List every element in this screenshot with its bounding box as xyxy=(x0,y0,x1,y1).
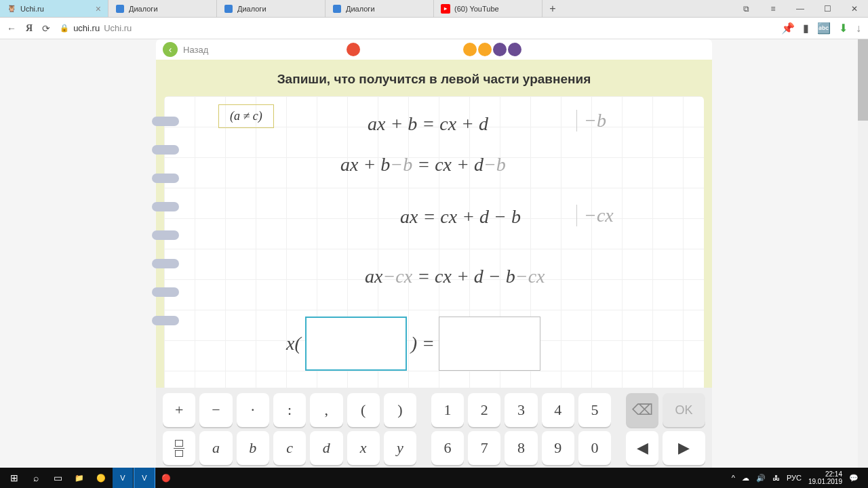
key-7[interactable]: 7 xyxy=(468,431,500,465)
address-text[interactable]: 🔒 uchi.ru Uchi.ru xyxy=(60,23,132,33)
dot xyxy=(463,43,477,56)
tray-notifications-icon[interactable]: 💬 xyxy=(849,474,859,483)
tab-label: Диалоги xyxy=(129,5,158,13)
app-yandex[interactable]: 🔴 xyxy=(156,468,176,488)
tab-dialogs-3[interactable]: Диалоги xyxy=(326,0,434,17)
sidebar-icon[interactable]: ⧉ xyxy=(732,0,760,18)
condition: (a ≠ c) xyxy=(218,104,274,128)
input-left[interactable] xyxy=(305,317,407,371)
dot xyxy=(478,43,492,56)
key-c[interactable]: c xyxy=(273,431,306,465)
key-rparen[interactable]: ) xyxy=(384,393,416,427)
key-comma[interactable]: , xyxy=(310,393,342,427)
input-right[interactable] xyxy=(439,317,540,371)
key-y[interactable]: y xyxy=(384,431,416,465)
bookmark-icon[interactable]: ▮ xyxy=(803,22,809,35)
tray-lang[interactable]: РУС xyxy=(787,474,802,482)
address-bar: ← Я ⟳ 🔒 uchi.ru Uchi.ru 📌 ▮ 🔤 ⬇ ↓ xyxy=(0,18,868,39)
key-3[interactable]: 3 xyxy=(505,393,537,427)
app-header: ‹ Назад xyxy=(156,39,712,60)
app-files[interactable]: 📁 xyxy=(69,468,90,488)
key-colon[interactable]: : xyxy=(273,393,306,427)
key-ok[interactable]: OK xyxy=(663,393,705,427)
tab-label: Uchi.ru xyxy=(20,5,44,13)
key-4[interactable]: 4 xyxy=(542,393,574,427)
equation-3: ax = cx + d − b xyxy=(400,206,521,228)
key-backspace[interactable]: ⌫ xyxy=(626,393,658,427)
back-button[interactable]: ‹ xyxy=(163,42,178,57)
key-x[interactable]: x xyxy=(347,431,380,465)
tray-clock[interactable]: 22:14 19.01.2019 xyxy=(808,470,842,485)
operation-2: −cx xyxy=(576,205,614,226)
task-title: Запиши, что получится в левой части урав… xyxy=(164,66,704,96)
close-window-icon[interactable]: ✕ xyxy=(841,0,868,18)
menu-icon[interactable]: ≡ xyxy=(760,0,787,18)
key-a[interactable]: a xyxy=(199,431,232,465)
favicon-dialogs xyxy=(224,4,233,14)
lock-icon: 🔒 xyxy=(60,24,69,33)
key-5[interactable]: 5 xyxy=(578,393,611,427)
key-2[interactable]: 2 xyxy=(468,393,500,427)
yandex-icon[interactable]: Я xyxy=(26,23,33,34)
key-b[interactable]: b xyxy=(237,431,269,465)
favicon-uchi: 🦉 xyxy=(7,4,16,14)
reload-icon[interactable]: ⟳ xyxy=(42,23,50,34)
key-minus[interactable]: − xyxy=(199,393,232,427)
app-2[interactable]: 🟡 xyxy=(91,468,111,488)
taskview-icon[interactable]: ▭ xyxy=(47,468,68,488)
key-9[interactable]: 9 xyxy=(542,431,574,465)
browser-tab-bar: 🦉 Uchi.ru × Диалоги Диалоги Диалоги ▸ (6… xyxy=(0,0,868,18)
key-d[interactable]: d xyxy=(310,431,342,465)
new-tab-button[interactable]: + xyxy=(542,3,563,15)
equation-1: ax + b = cx + d xyxy=(368,113,488,135)
key-prev[interactable]: ◀ xyxy=(626,431,658,465)
download-icon[interactable]: ⬇ xyxy=(839,22,848,35)
tray-chevron-icon[interactable]: ^ xyxy=(732,474,735,482)
key-1[interactable]: 1 xyxy=(431,393,464,427)
tab-youtube[interactable]: ▸ (60) YouTube xyxy=(434,0,542,17)
key-0[interactable]: 0 xyxy=(578,431,611,465)
scrollbar[interactable] xyxy=(858,39,868,468)
key-fraction[interactable] xyxy=(163,431,195,465)
favicon-dialogs xyxy=(115,4,125,14)
progress-dots xyxy=(347,43,521,56)
maximize-icon[interactable]: ☐ xyxy=(814,0,841,18)
dot-current xyxy=(347,43,360,56)
key-8[interactable]: 8 xyxy=(505,431,537,465)
start-icon[interactable]: ⊞ xyxy=(4,468,24,488)
key-dot[interactable]: · xyxy=(237,393,269,427)
window-controls: ⧉ ≡ — ☐ ✕ xyxy=(732,0,868,18)
key-next[interactable]: ▶ xyxy=(663,431,705,465)
fraction-icon xyxy=(174,440,184,457)
equation-5: x( ) = xyxy=(286,317,540,371)
task-area: Запиши, что получится в левой части урав… xyxy=(156,60,712,388)
arrow-down-icon[interactable]: ↓ xyxy=(856,22,861,35)
tab-label: (60) YouTube xyxy=(454,5,499,13)
keypad: + − · : , ( ) 1 2 3 4 5 ⌫ OK xyxy=(156,388,712,468)
windows-taskbar: ⊞ ⌕ ▭ 📁 🟡 V V 🔴 ^ ☁ 🔊 🖧 РУС 22:14 19.01.… xyxy=(0,468,868,488)
tab-label: Диалоги xyxy=(346,5,375,13)
pin-icon[interactable]: 📌 xyxy=(781,22,795,35)
back-icon[interactable]: ← xyxy=(7,23,16,34)
tab-dialogs-1[interactable]: Диалоги xyxy=(108,0,217,17)
tray-network-icon[interactable]: 🖧 xyxy=(772,474,780,482)
search-icon[interactable]: ⌕ xyxy=(26,468,46,488)
equation-2: ax + b−b = cx + d−b xyxy=(340,154,506,176)
favicon-dialogs xyxy=(332,4,342,14)
key-lparen[interactable]: ( xyxy=(347,393,380,427)
tab-label: Диалоги xyxy=(237,5,267,13)
dot xyxy=(493,43,507,56)
key-plus[interactable]: + xyxy=(163,393,195,427)
back-label: Назад xyxy=(183,45,208,55)
page-viewport: ‹ Назад Запиши, что получится в левой ча… xyxy=(0,39,868,468)
app-v[interactable]: V xyxy=(113,468,133,488)
app-v2[interactable]: V xyxy=(134,468,155,488)
tab-dialogs-2[interactable]: Диалоги xyxy=(217,0,326,17)
tray-volume-icon[interactable]: 🔊 xyxy=(756,474,766,483)
close-icon[interactable]: × xyxy=(96,3,101,14)
translate-icon[interactable]: 🔤 xyxy=(817,22,831,35)
tab-uchi[interactable]: 🦉 Uchi.ru × xyxy=(0,0,108,17)
tray-cloud-icon[interactable]: ☁ xyxy=(742,474,749,483)
minimize-icon[interactable]: — xyxy=(787,0,814,18)
key-6[interactable]: 6 xyxy=(431,431,464,465)
